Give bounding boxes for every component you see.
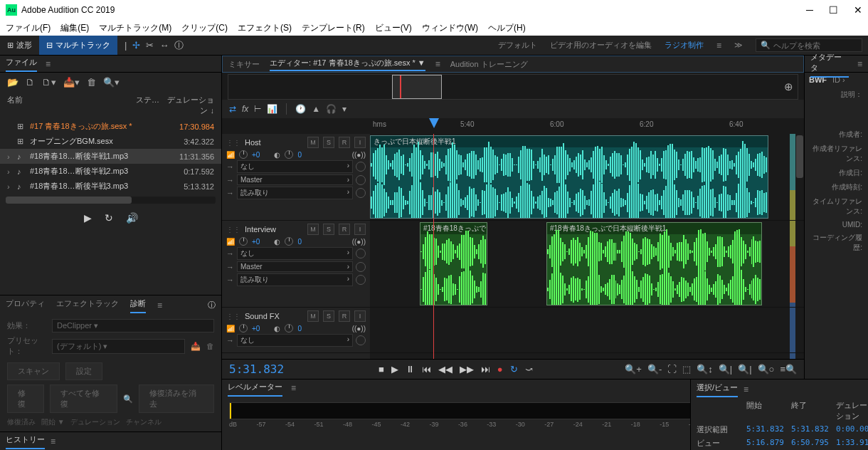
view-waveform-button[interactable]: ⊞波形 — [0, 36, 39, 55]
track-m-button[interactable]: M — [307, 310, 319, 322]
track-routing-btn[interactable] — [356, 335, 366, 345]
track-s-button[interactable]: S — [323, 224, 334, 235]
fx-icon[interactable]: fx — [242, 104, 248, 114]
info-icon[interactable]: ⓘ — [208, 300, 216, 310]
files-tab[interactable]: ファイル — [6, 57, 37, 70]
track-r-button[interactable]: R — [339, 310, 350, 322]
headphones-icon[interactable]: 🎧 — [326, 104, 337, 114]
files-col-status[interactable]: ステ… — [136, 95, 164, 116]
menu-edit[interactable]: 編集(E) — [60, 22, 89, 34]
view-multitrack-button[interactable]: ⊟マルチトラック — [39, 36, 117, 55]
menu-effects[interactable]: エフェクト(S) — [238, 22, 292, 34]
menu-window[interactable]: ウィンドウ(W) — [422, 22, 478, 34]
settings-button[interactable]: 設定 — [65, 362, 102, 380]
menu-view[interactable]: ビュー(V) — [375, 22, 412, 34]
track-routing-select[interactable]: Master› — [237, 174, 353, 185]
zoom-in-vert-icon[interactable]: 🔍↕ — [697, 364, 713, 375]
volume-knob[interactable] — [239, 237, 248, 246]
maximize-button[interactable]: ☐ — [829, 4, 838, 16]
track-routing-select[interactable]: 読み取り› — [237, 187, 353, 199]
record-button[interactable]: ● — [497, 364, 503, 375]
levels-menu-icon[interactable]: ≡ — [291, 383, 296, 393]
new-multitrack-icon[interactable]: 🗋▾ — [42, 77, 56, 88]
track-routing-btn[interactable] — [356, 188, 366, 198]
levels-tab[interactable]: レベルメーター — [228, 382, 282, 395]
track-routing-select[interactable]: 読み取り› — [237, 273, 353, 286]
eq-icon[interactable]: 📊 — [267, 104, 277, 114]
zoom-full-icon[interactable]: ⛶ — [667, 364, 677, 375]
tab-diagnostics[interactable]: 診断 — [130, 298, 146, 312]
track-routing-btn[interactable] — [356, 262, 366, 272]
toggle-loop-icon[interactable]: ⇄ — [229, 104, 236, 114]
history-menu-icon[interactable]: ≡ — [51, 436, 55, 446]
editor-menu-icon[interactable]: ≡ — [435, 59, 440, 69]
workspace-default[interactable]: デフォルト — [498, 40, 537, 51]
pan-knob[interactable] — [285, 324, 293, 333]
track-name[interactable]: Host — [245, 138, 303, 147]
help-search-input[interactable] — [773, 41, 857, 50]
audio-clip[interactable]: #18青春18きっぷで日本縦断後半戦1 — [546, 222, 762, 305]
workspace-menu-icon[interactable]: ≡ — [716, 41, 721, 51]
file-row[interactable]: ›♪#18青春18…断後半戦2.mp30:17.592 — [0, 164, 221, 179]
track-routing-select[interactable]: なし› — [237, 247, 353, 260]
track-s-button[interactable]: S — [323, 310, 334, 322]
audio-clip[interactable]: #18青春18きっぷで… ▼ — [420, 222, 487, 305]
zoom-out-icon[interactable]: 🔍- — [647, 364, 662, 375]
sends-icon[interactable]: ⊢ — [254, 104, 261, 114]
filter-icon[interactable]: 🔍▾ — [103, 77, 120, 88]
training-tab[interactable]: Audition トレーニング — [450, 59, 528, 70]
preset-select[interactable]: (デフォルト) ▾ — [52, 339, 185, 354]
track-m-button[interactable]: M — [307, 224, 319, 235]
scan-button[interactable]: スキャン — [7, 362, 60, 380]
grid-options-icon[interactable]: ▾ — [342, 104, 346, 114]
track-lane[interactable]: #18青春18きっぷで… ▼ #18青春18きっぷで日本縦断後半戦1 — [370, 221, 804, 308]
files-col-name[interactable]: 名前 — [7, 95, 136, 116]
selection-view-tab[interactable]: 選択/ビュー — [697, 382, 738, 396]
forward-button[interactable]: ▶▶ — [460, 364, 474, 375]
files-col-duration[interactable]: デュレーション ↓ — [164, 95, 214, 116]
file-scrollbar[interactable] — [6, 197, 216, 204]
trash-icon[interactable]: 🗑 — [87, 77, 96, 88]
file-row[interactable]: ⊞オープニングBGM.sesx3:42.322 — [0, 134, 221, 149]
history-tab[interactable]: ヒストリー — [6, 434, 45, 448]
skip-selection-button[interactable]: ⤻ — [525, 364, 533, 375]
repair-all-button[interactable]: すべてを修復 — [50, 384, 117, 413]
new-file-icon[interactable]: 🗋 — [26, 77, 35, 88]
diag-search-icon[interactable]: 🔍 — [123, 394, 133, 404]
stop-button[interactable]: ■ — [379, 364, 384, 375]
zoom-in-icon[interactable]: 🔍+ — [625, 364, 642, 375]
zoom-all-tracks-icon[interactable]: ≡🔍 — [780, 364, 797, 375]
pause-button[interactable]: ⏸ — [406, 364, 415, 375]
file-row[interactable]: ›♪#18青春18…断後半戦3.mp35:13.312 — [0, 179, 221, 194]
menu-multitrack[interactable]: マルチトラック(M) — [99, 22, 171, 34]
track-routing-btn[interactable] — [356, 248, 366, 258]
track-routing-select[interactable]: なし› — [237, 160, 353, 173]
file-row[interactable]: ⊞#17 青春18きっぷの旅.sesx *17:30.984 — [0, 119, 221, 134]
track-routing-btn[interactable] — [356, 175, 366, 185]
save-preset-icon[interactable]: 📥 — [191, 342, 201, 351]
workspace-more[interactable]: ≫ — [734, 41, 743, 50]
timeline-ruler[interactable]: hms 5:40 6:00 6:20 6:40 — [370, 118, 790, 134]
track-r-button[interactable]: R — [339, 224, 350, 235]
move-tool-icon[interactable]: ✢ — [132, 40, 140, 51]
zoom-out-point-icon[interactable]: 🔍| — [738, 364, 751, 375]
track-lane[interactable] — [370, 308, 804, 353]
file-row[interactable]: ›♪#18青春18…断後半戦1.mp311:31.356 — [0, 149, 221, 164]
playhead-line[interactable] — [433, 134, 434, 359]
menu-file[interactable]: ファイル(F) — [6, 22, 51, 34]
preview-autoplay-icon[interactable]: 🔊 — [126, 212, 138, 224]
menu-clip[interactable]: クリップ(C) — [181, 22, 228, 34]
sel-dur[interactable]: 0:00.000 — [836, 424, 868, 435]
timecode-display[interactable]: 5:31.832 — [229, 362, 371, 376]
view-end[interactable]: 6:50.795 — [791, 438, 829, 449]
menu-template[interactable]: テンプレート(R) — [302, 22, 365, 34]
pan-knob[interactable] — [285, 150, 293, 159]
view-dur[interactable]: 1:33.916 — [836, 438, 868, 449]
time-select-tool-icon[interactable]: Ⓘ — [174, 39, 184, 52]
clear-button[interactable]: 修復済みを消去 — [139, 384, 214, 413]
preview-play-icon[interactable]: ▶ — [84, 212, 92, 224]
minimize-button[interactable]: ─ — [806, 4, 813, 16]
workspace-radio[interactable]: ラジオ制作 — [665, 40, 704, 51]
sel-end[interactable]: 5:31.832 — [791, 424, 829, 435]
track-routing-btn[interactable] — [356, 162, 366, 172]
